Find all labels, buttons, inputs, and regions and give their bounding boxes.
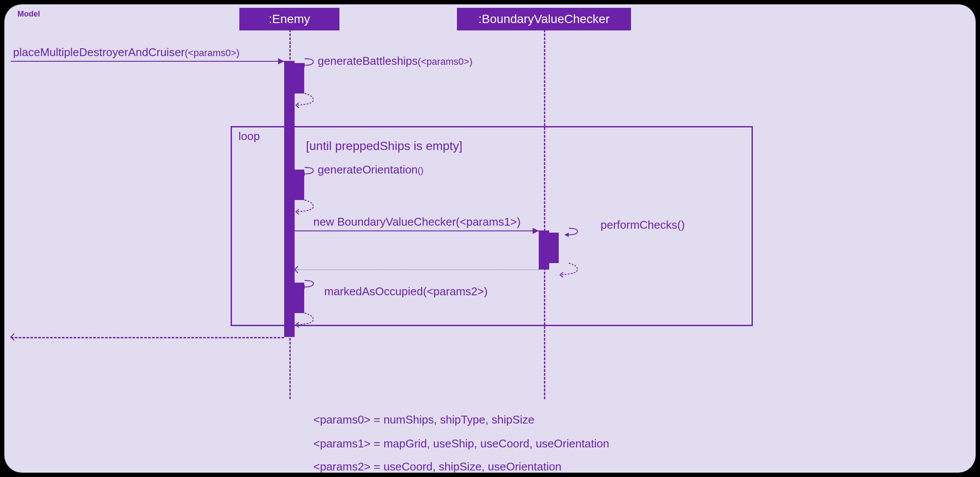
msg-line-entry	[11, 61, 284, 62]
svg-marker-3	[300, 285, 305, 289]
footnote-params2: <params2> = useCoord, shipSize, useOrien…	[313, 460, 561, 473]
return-line-bvc	[295, 270, 539, 270]
msg-gen-battleships-name: generateBattleships	[318, 54, 418, 67]
footnote-params0: <params0> = numShips, shipType, shipSize	[313, 413, 534, 427]
self-loop-gen-battleships	[294, 57, 320, 70]
msg-entry-params: (<params0>)	[185, 47, 240, 58]
frame-label: Model	[17, 10, 40, 19]
msg-entry-name: placeMultipleDestroyerAndCruiser	[13, 46, 185, 59]
msg-entry: placeMultipleDestroyerAndCruiser(<params…	[13, 46, 239, 59]
self-return-marked-occupied	[294, 311, 320, 328]
loop-tab: loop	[231, 126, 283, 145]
msg-line-new-bvc	[295, 230, 539, 231]
self-loop-perform-checks	[558, 226, 584, 239]
svg-marker-2	[564, 233, 569, 237]
msg-gen-orientation-params: ()	[418, 166, 423, 175]
self-return-gen-battleships	[294, 91, 320, 109]
self-loop-marked-occupied	[294, 278, 320, 291]
self-return-gen-orientation	[294, 198, 320, 215]
loop-guard: [until preppedShips is empty]	[306, 139, 463, 153]
self-loop-gen-orientation	[294, 165, 320, 178]
self-return-perform-checks	[558, 261, 584, 278]
msg-perform-checks: performChecks()	[601, 218, 685, 232]
msg-gen-orientation-name: generateOrientation	[318, 163, 418, 176]
arrow-return-final	[10, 334, 18, 341]
return-line-final	[11, 337, 284, 338]
svg-marker-1	[300, 172, 305, 176]
lifeline-header-bvc: :BoundaryValueChecker	[457, 8, 631, 30]
msg-gen-battleships: generateBattleships(<params0>)	[318, 54, 473, 68]
sequence-diagram-frame: Model :Enemy :BoundaryValueChecker place…	[4, 4, 976, 473]
svg-marker-0	[300, 63, 305, 67]
lifeline-header-enemy: :Enemy	[239, 8, 339, 30]
msg-marked-occupied: markedAsOccupied(<params2>)	[324, 285, 488, 298]
msg-gen-orientation: generateOrientation()	[318, 163, 423, 177]
msg-new-bvc: new BoundaryValueChecker(<params1>)	[313, 215, 520, 229]
arrow-new-bvc	[533, 228, 539, 234]
msg-gen-battleships-params: (<params0>)	[418, 56, 473, 67]
arrow-entry	[278, 58, 284, 64]
footnote-params1: <params1> = mapGrid, useShip, useCoord, …	[313, 437, 609, 450]
